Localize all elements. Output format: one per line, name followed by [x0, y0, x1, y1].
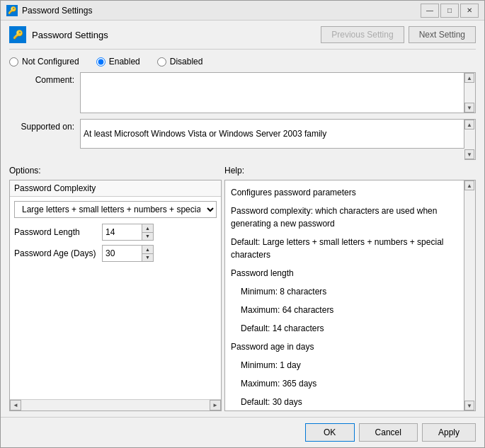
close-button[interactable]: ✕	[460, 4, 479, 18]
password-length-input[interactable]	[103, 224, 142, 240]
previous-setting-button[interactable]: Previous Setting	[321, 26, 404, 43]
window: 🔑 Password Settings — □ ✕ 🔑 Password Set…	[0, 0, 485, 448]
comment-scroll-track	[464, 83, 475, 103]
window-icon: 🔑	[6, 5, 18, 16]
password-age-row: Password Age (Days) ▲ ▼	[14, 245, 217, 262]
maximize-button[interactable]: □	[440, 4, 459, 18]
minimize-button[interactable]: —	[421, 4, 439, 18]
apply-button[interactable]: Apply	[422, 423, 476, 442]
help-line4: Password length	[231, 267, 460, 280]
help-line7: Default: 14 characters	[231, 322, 460, 335]
sections-row: Options: Help:	[9, 166, 476, 176]
password-age-up[interactable]: ▲	[142, 246, 153, 253]
supported-row: Supported on: At least Microsoft Windows…	[9, 119, 476, 160]
help-line11: Default: 30 days	[231, 396, 460, 408]
left-panel-title: Password Complexity	[10, 180, 221, 197]
password-length-row: Password Length ▲ ▼	[14, 224, 217, 241]
right-scrollbar: ▲ ▼	[464, 180, 475, 410]
help-line1: Configures password parameters	[231, 186, 460, 199]
dialog-content: 🔑 Password Settings Previous Setting Nex…	[1, 21, 484, 417]
password-age-label: Password Age (Days)	[14, 248, 99, 258]
supported-scrollbar: ▲ ▼	[464, 119, 476, 160]
radio-enabled[interactable]: Enabled	[96, 57, 140, 67]
header-title: Password Settings	[32, 30, 321, 40]
help-line10: Maximum: 365 days	[231, 377, 460, 390]
radio-section: Not Configured Enabled Disabled	[9, 57, 476, 67]
radio-disabled[interactable]: Disabled	[157, 57, 203, 67]
help-line8: Password age in days	[231, 340, 460, 353]
left-hscroll-right[interactable]: ►	[210, 400, 221, 410]
comment-scrollbar: ▲ ▼	[464, 72, 476, 113]
password-age-spinner: ▲ ▼	[102, 245, 154, 262]
comment-scroll-up[interactable]: ▲	[464, 73, 474, 83]
help-content: Configures password parameters Password …	[225, 180, 475, 410]
left-panel: Password Complexity Large letters + smal…	[9, 180, 222, 411]
right-scroll-up[interactable]: ▲	[464, 180, 474, 190]
supported-text: At least Microsoft Windows Vista or Wind…	[84, 129, 326, 139]
header-icon: 🔑	[9, 26, 26, 43]
comment-label: Comment:	[9, 72, 80, 85]
radio-enabled-input[interactable]	[96, 57, 105, 67]
comment-row: Comment: ▲ ▼	[9, 72, 476, 113]
complexity-dropdown-row: Large letters + small letters + numbers …	[14, 201, 217, 218]
help-line2: Password complexity: which characters ar…	[231, 205, 460, 230]
help-line9: Minimum: 1 day	[231, 359, 460, 372]
title-bar: 🔑 Password Settings — □ ✕	[1, 1, 484, 21]
help-line3: Default: Large letters + small letters +…	[231, 236, 460, 261]
help-label: Help:	[224, 166, 244, 176]
password-length-down[interactable]: ▼	[142, 232, 153, 241]
footer-buttons: OK Cancel Apply	[1, 417, 484, 447]
password-length-label: Password Length	[14, 227, 99, 237]
radio-not-configured-label: Not Configured	[22, 57, 79, 67]
title-bar-buttons: — □ ✕	[421, 4, 479, 18]
radio-disabled-label: Disabled	[170, 57, 203, 67]
supported-scroll-up[interactable]: ▲	[464, 120, 474, 130]
password-length-arrows: ▲ ▼	[142, 224, 153, 240]
password-age-input[interactable]	[103, 246, 142, 261]
help-line5: Minimum: 8 characters	[231, 285, 460, 298]
window-title: Password Settings	[22, 6, 421, 16]
right-scroll-track	[464, 190, 475, 401]
radio-enabled-label: Enabled	[109, 57, 140, 67]
ok-button[interactable]: OK	[305, 423, 355, 442]
comment-textarea[interactable]	[80, 72, 464, 113]
password-length-up[interactable]: ▲	[142, 224, 153, 232]
left-scrollbar-row: ◄ ►	[10, 399, 221, 410]
cancel-button[interactable]: Cancel	[359, 423, 418, 442]
right-scroll-down[interactable]: ▼	[464, 401, 474, 410]
help-line6: Maximum: 64 characters	[231, 304, 460, 316]
left-hscroll-left[interactable]: ◄	[10, 400, 21, 410]
comment-scroll-down[interactable]: ▼	[464, 103, 474, 113]
supported-scroll-down[interactable]: ▼	[464, 149, 474, 159]
password-age-down[interactable]: ▼	[142, 253, 153, 262]
supported-value: At least Microsoft Windows Vista or Wind…	[80, 119, 464, 149]
header-row: 🔑 Password Settings Previous Setting Nex…	[9, 26, 476, 50]
right-panel: Configures password parameters Password …	[224, 180, 476, 411]
supported-label: Supported on:	[9, 119, 80, 132]
radio-not-configured-input[interactable]	[9, 57, 18, 67]
complexity-dropdown[interactable]: Large letters + small letters + numbers …	[14, 201, 217, 218]
main-panels: Password Complexity Large letters + smal…	[9, 180, 476, 411]
help-text: Configures password parameters Password …	[231, 186, 460, 408]
radio-not-configured[interactable]: Not Configured	[9, 57, 79, 67]
radio-disabled-input[interactable]	[157, 57, 166, 67]
left-hscroll-track	[21, 400, 210, 410]
left-panel-content: Large letters + small letters + numbers …	[10, 197, 221, 399]
supported-scroll-track	[464, 130, 475, 149]
next-setting-button[interactable]: Next Setting	[409, 26, 476, 43]
password-length-spinner: ▲ ▼	[102, 224, 154, 241]
options-label: Options:	[9, 166, 222, 176]
password-age-arrows: ▲ ▼	[142, 246, 153, 261]
header-buttons: Previous Setting Next Setting	[321, 26, 476, 43]
